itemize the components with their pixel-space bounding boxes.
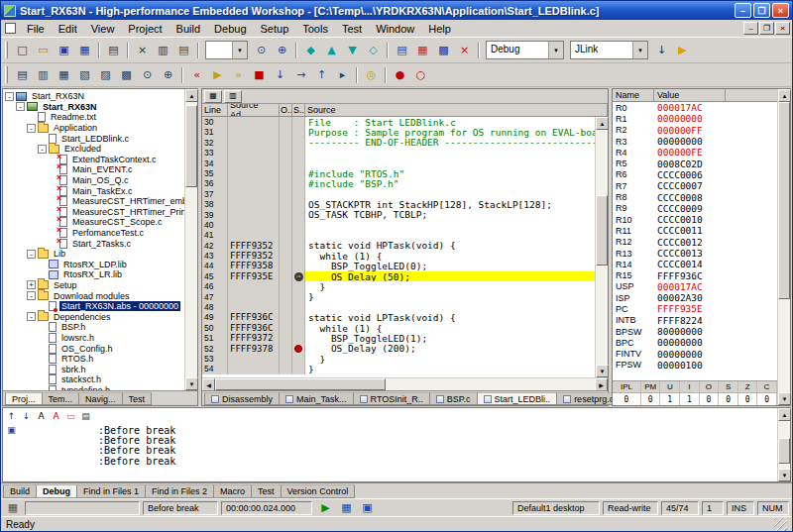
tree-item-os-config-h[interactable]: OS_Config.h: [3, 343, 184, 354]
toolbar-grip[interactable]: [5, 66, 8, 83]
output-scrollbar[interactable]: ▲ ▼: [777, 408, 790, 481]
tree-item-sbrk-h[interactable]: sbrk.h: [3, 364, 184, 374]
event-column[interactable]: [280, 117, 292, 127]
collapse-icon[interactable]: -: [38, 145, 47, 154]
build-configuration-select[interactable]: Debug ▼: [486, 41, 564, 59]
editor-tab-start-ledbli[interactable]: Start_LEDBli..: [477, 392, 558, 405]
event-column[interactable]: [280, 178, 292, 188]
save-log-button[interactable]: ▣: [4, 423, 19, 437]
event-column[interactable]: [280, 230, 292, 240]
event-column[interactable]: [280, 127, 292, 137]
breakpoint-column[interactable]: [292, 199, 305, 209]
scroll-down-button[interactable]: ▼: [185, 377, 198, 390]
register-row-r7[interactable]: R7CCCC0007: [613, 180, 777, 191]
event-column[interactable]: [280, 344, 292, 354]
register-scrollbar[interactable]: ▲ ▼: [777, 89, 790, 405]
expand-icon[interactable]: +: [27, 280, 36, 289]
mdi-restore-button[interactable]: ❐: [759, 22, 774, 35]
tree-item-download-modules[interactable]: -Download modules: [3, 290, 184, 301]
workspace-tab-tem[interactable]: Tem...: [42, 392, 80, 405]
source-text[interactable]: OS_STACKPTR int StackHP[128], StackLP[12…: [305, 199, 595, 209]
breakpoint-column[interactable]: [292, 159, 305, 168]
source-text[interactable]: static void HPTask(void) {: [305, 241, 595, 251]
scrollbar-thumb[interactable]: [215, 378, 386, 390]
source-text[interactable]: [305, 159, 595, 168]
run-to-cursor-button[interactable]: ▸: [332, 65, 353, 84]
output-tab-test[interactable]: Test: [251, 484, 282, 498]
clear-bookmarks-button[interactable]: ◇: [363, 41, 384, 59]
save-all-button[interactable]: ▦: [74, 41, 95, 59]
resize-grip[interactable]: [774, 518, 787, 531]
scroll-up-button[interactable]: ▲: [778, 89, 791, 102]
editor-line-44[interactable]: 44FFFF9358 BSP_ToggleLED(0);: [202, 261, 595, 270]
next-bookmark-button[interactable]: ▼: [342, 41, 363, 59]
tree-item-measurecst-hrtimer-printf-c[interactable]: MeasureCST_HRTimer_Printf.c: [3, 207, 184, 218]
menu-item-build[interactable]: Build: [170, 22, 207, 36]
source-text[interactable]: [305, 220, 595, 230]
event-column[interactable]: [280, 241, 292, 251]
register-row-r12[interactable]: R12CCCC0012: [613, 237, 777, 248]
register-row-r14[interactable]: R14CCCC0014: [613, 259, 777, 269]
build-all-button[interactable]: ▩: [433, 41, 454, 59]
register-row-fpsw[interactable]: FPSW00000100: [613, 360, 777, 371]
chevron-down-icon[interactable]: ▼: [632, 42, 647, 58]
workspace-window-button[interactable]: ▤: [12, 65, 33, 84]
register-row-r6[interactable]: R6CCCC0006: [613, 169, 777, 180]
source-text[interactable]: }: [305, 354, 595, 364]
breakpoint-column[interactable]: [292, 210, 305, 220]
scrollbar-thumb[interactable]: [778, 438, 790, 464]
scroll-up-button[interactable]: ▲: [185, 89, 198, 102]
close-button[interactable]: ×: [772, 3, 789, 18]
source-text[interactable]: while (1) {: [305, 323, 595, 333]
register-row-r3[interactable]: R300000000: [613, 136, 777, 147]
editor-line-45[interactable]: 45FFFF935E→ OS_Delay (50);: [202, 271, 595, 281]
minimize-button[interactable]: –: [735, 3, 751, 18]
editor-line-42[interactable]: 42FFFF9352static void HPTask(void) {: [202, 241, 595, 251]
show-columns-button[interactable]: ▦: [204, 90, 222, 103]
editor-line-31[interactable]: 31Purpose : Sample program for OS runnin…: [202, 127, 595, 137]
register-row-r13[interactable]: R13CCCC0013: [613, 248, 777, 259]
event-column[interactable]: [280, 281, 292, 291]
previous-bookmark-button[interactable]: ▲: [321, 41, 342, 59]
print-button[interactable]: ▤: [103, 41, 124, 59]
io-window-button[interactable]: ▩: [116, 65, 137, 84]
paste-button[interactable]: ▤: [173, 41, 194, 59]
tree-item-measurecst-scope-c[interactable]: MeasureCST_Scope.c: [3, 217, 184, 228]
tree-item-start-ledblink-c[interactable]: Start_LEDBlink.c: [3, 133, 184, 144]
breakpoint-column[interactable]: [292, 220, 305, 230]
session-select[interactable]: JLink ▼: [570, 41, 648, 59]
menu-item-edit[interactable]: Edit: [52, 22, 84, 36]
breakpoint-column[interactable]: [292, 354, 305, 364]
new-file-button[interactable]: □: [12, 41, 33, 59]
breakpoint-column[interactable]: →: [292, 271, 305, 281]
editor-line-53[interactable]: 53 }: [202, 354, 595, 364]
register-row-bpc[interactable]: BPC00000000: [613, 337, 777, 348]
tree-item-bsp-h[interactable]: BSP.h: [3, 322, 184, 333]
menu-item-project[interactable]: Project: [121, 22, 169, 36]
menu-item-file[interactable]: File: [20, 22, 52, 36]
toggle-bookmark-button[interactable]: ◆: [300, 41, 321, 59]
menu-item-window[interactable]: Window: [369, 22, 421, 36]
source-text[interactable]: BSP_ToggleLED(0);: [305, 261, 595, 270]
debug-status-button[interactable]: ▦: [4, 500, 22, 515]
scrollbar-track[interactable]: [778, 102, 790, 392]
register-row-r8[interactable]: R8CCCC0008: [613, 191, 777, 202]
register-row-r1[interactable]: R100000000: [613, 113, 777, 124]
output-tab-find-in-files-2[interactable]: Find in Files 2: [145, 484, 214, 498]
breakpoint-column[interactable]: [292, 364, 305, 373]
copy-button[interactable]: ▥: [153, 41, 173, 59]
collapse-icon[interactable]: -: [27, 124, 36, 133]
source-text[interactable]: OS_Delay (50);: [305, 271, 595, 281]
editor-line-49[interactable]: 49FFFF936Cstatic void LPTask(void) {: [202, 312, 595, 322]
editor-line-37[interactable]: 37: [202, 189, 595, 199]
source-text[interactable]: OS_TASK TCBHP, TCBLP; /* Task-contr: [305, 210, 595, 220]
stop-build-button[interactable]: ×: [454, 41, 475, 59]
event-column[interactable]: [280, 189, 292, 199]
tree-item-start-rx63n[interactable]: -Start_RX63N: [3, 102, 184, 113]
event-column[interactable]: [280, 199, 292, 209]
toggle-breakpoint-button[interactable]: ●: [390, 65, 410, 84]
scroll-down-button[interactable]: ▼: [778, 392, 791, 405]
mdi-minimize-button[interactable]: –: [743, 22, 758, 35]
editor-line-40[interactable]: 40: [202, 220, 595, 230]
event-column[interactable]: [280, 312, 292, 322]
